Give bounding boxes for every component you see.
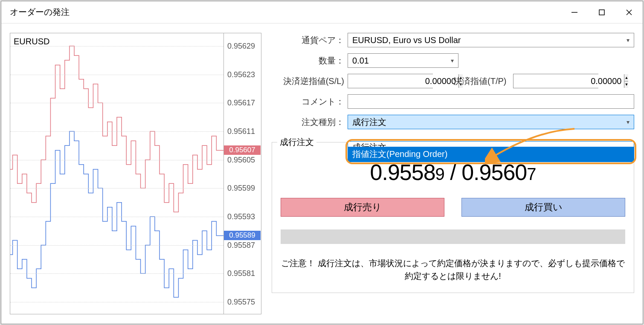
sl-tp-row: 決済逆指値(S/L) ▲ ▼ 決済指値(T/P) ▲ ▼ (272, 74, 634, 88)
close-button[interactable] (615, 1, 643, 23)
ask-price-minor: 7 (527, 165, 536, 183)
dropdown-item-market[interactable]: 成行注文 (348, 142, 634, 147)
ask-line (10, 46, 223, 212)
chart-y-axis: 0.956290.956230.956170.956110.956050.955… (223, 33, 261, 314)
order-window: オーダーの発注 EURUSD 0.956290.956230.956170.95… (1, 1, 643, 324)
chart-symbol-label: EURUSD (14, 37, 49, 46)
warning-text: ご注意！ 成行注文は、市場状況によって約定価格が決まりますので、必ずしも提示価格… (281, 257, 625, 282)
tp-spinner-down[interactable]: ▼ (624, 81, 628, 88)
volume-row: 数量： 0.01 ▾ (272, 53, 634, 68)
gridline (10, 302, 223, 302)
sl-input-field[interactable] (348, 74, 458, 88)
tp-label: 決済指値(T/P) (453, 75, 506, 87)
price-chart (10, 33, 223, 315)
titlebar: オーダーの発注 (1, 1, 643, 23)
symbol-row: 通貨ペア： EURUSD, Euro vs US Dollar ▾ (272, 33, 634, 47)
tp-input[interactable]: ▲ ▼ (513, 74, 598, 88)
status-bar (281, 229, 625, 244)
y-axis-label: 0.95587 (227, 241, 255, 250)
gridline (10, 273, 223, 274)
volume-select[interactable]: 0.01 ▾ (348, 53, 458, 68)
chevron-down-icon: ▾ (627, 37, 629, 44)
market-group-label: 成行注文 (277, 136, 316, 148)
y-axis-label: 0.95605 (227, 155, 255, 164)
order-type-row: 注文種別： 成行注文 ▾ (272, 115, 634, 129)
titlebar-controls (561, 1, 643, 23)
ask-price-major: 0.9560 (461, 160, 527, 185)
gridline (10, 131, 223, 132)
y-axis-label: 0.95617 (227, 99, 255, 107)
content-area: EURUSD 0.956290.956230.956170.956110.956… (1, 23, 643, 324)
tp-spinner-buttons: ▲ ▼ (624, 74, 628, 88)
sell-button[interactable]: 成行売り (281, 198, 444, 217)
bid-price-marker: 0.95589 (224, 231, 261, 240)
svg-rect-1 (599, 10, 604, 15)
volume-label: 数量： (272, 55, 344, 67)
order-type-value: 成行注文 (352, 116, 386, 128)
chevron-down-icon: ▾ (451, 57, 454, 64)
symbol-select[interactable]: EURUSD, Euro vs US Dollar ▾ (348, 33, 634, 47)
bid-price-major: 0.9558 (370, 160, 435, 185)
order-type-label: 注文種別： (272, 116, 344, 128)
y-axis-label: 0.95623 (227, 70, 255, 79)
tp-spinner-up[interactable]: ▲ (624, 74, 628, 81)
y-axis-label: 0.95593 (227, 212, 255, 221)
sl-label: 決済逆指値(S/L) (272, 75, 344, 87)
window-title: オーダーの発注 (10, 6, 70, 18)
y-axis-label: 0.95575 (227, 298, 255, 307)
order-type-dropdown: 成行注文 指値注文(Pending Order) (348, 141, 634, 162)
y-axis-label: 0.95629 (227, 42, 255, 51)
sl-input[interactable]: ▲ ▼ (348, 74, 433, 88)
chevron-down-icon: ▾ (627, 119, 629, 125)
bid-price-minor: 9 (435, 165, 444, 183)
price-display: 0.95589 / 0.95607 (281, 160, 625, 185)
gridline (10, 160, 223, 160)
y-axis-label: 0.95599 (227, 184, 255, 193)
gridline (10, 217, 223, 217)
minimize-button[interactable] (561, 1, 588, 23)
gridline (10, 103, 223, 103)
market-execution-group: 成行注文 0.95589 / 0.95607 成行売り 成行買い ご注意！ 成行… (272, 142, 634, 293)
symbol-label: 通貨ペア： (272, 35, 344, 46)
bid-line (10, 131, 223, 297)
order-type-select[interactable]: 成行注文 ▾ (348, 115, 634, 129)
volume-value: 0.01 (352, 56, 369, 66)
y-axis-label: 0.95611 (227, 127, 255, 136)
maximize-button[interactable] (588, 1, 615, 23)
symbol-select-value: EURUSD, Euro vs US Dollar (352, 35, 461, 45)
order-form-panel: 通貨ペア： EURUSD, Euro vs US Dollar ▾ 数量： 0.… (272, 33, 634, 314)
comment-label: コメント： (272, 96, 344, 107)
chart-panel: EURUSD 0.956290.956230.956170.956110.956… (10, 33, 261, 314)
comment-row: コメント： (272, 94, 634, 109)
price-separator: / (444, 160, 461, 185)
buy-button[interactable]: 成行買い (461, 198, 625, 217)
tp-input-field[interactable] (513, 74, 624, 88)
ask-price-marker: 0.95607 (224, 145, 261, 155)
market-buttons-row: 成行売り 成行買い (281, 198, 625, 217)
gridline (10, 245, 223, 246)
gridline (10, 75, 223, 75)
y-axis-label: 0.95581 (227, 269, 255, 278)
gridline (10, 188, 223, 189)
dropdown-item-pending[interactable]: 指値注文(Pending Order) (348, 147, 634, 162)
comment-input[interactable] (348, 94, 634, 109)
